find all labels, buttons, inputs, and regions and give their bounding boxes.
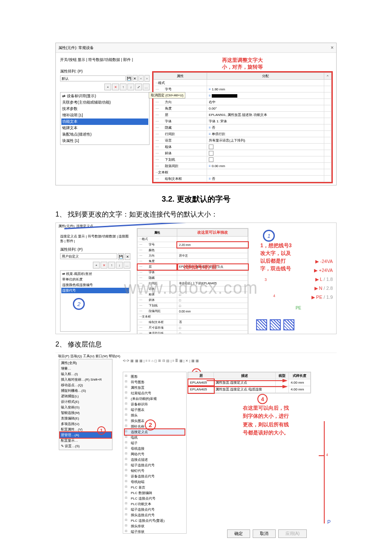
list-item[interactable]: 带单位的长度 bbox=[61, 277, 129, 282]
tree-item[interactable]: 网络代号 bbox=[125, 451, 184, 457]
mid-del-icon[interactable]: ✕ bbox=[125, 253, 130, 260]
tree-item[interactable]: PLC 数据编辑 bbox=[125, 490, 184, 496]
list-item[interactable]: 连接代号 bbox=[61, 288, 129, 293]
menu-item[interactable]: 增量… bbox=[60, 366, 111, 371]
tree-item[interactable]: 插头排状 bbox=[125, 523, 184, 529]
arrange-left-icon[interactable]: ‹ bbox=[138, 75, 144, 82]
list-item[interactable]: ⇄ 线束-截面积/直径 bbox=[61, 271, 129, 277]
prop-row[interactable]: 方向右中 bbox=[154, 99, 331, 105]
prop-row[interactable]: 方向居中左 bbox=[138, 253, 248, 259]
menubar[interactable]: 项目(P) 选项(Q) 工具(U) 窗口(W) 帮助(H) bbox=[58, 354, 120, 358]
menu-item[interactable]: 捕捉到栅格…(S) bbox=[60, 388, 111, 393]
prop-row[interactable]: 角度 bbox=[138, 259, 248, 264]
prop-row[interactable]: 行间距≡ 单倍行距 bbox=[154, 131, 331, 137]
property-table[interactable]: 属性 分配 ^ 格式字号≡ 1.80 mm颜色≡ 方向右中角度0.00°层EPL… bbox=[153, 72, 332, 182]
menu-item[interactable]: 逻辑捕捉(L) bbox=[60, 393, 111, 399]
tree-item[interactable]: 插头 bbox=[125, 413, 184, 418]
mid-down-icon[interactable]: ↓ bbox=[116, 262, 123, 269]
tree-item[interactable]: 结束端点代号 bbox=[125, 390, 184, 396]
list-item[interactable]: 技术参数 bbox=[61, 106, 148, 112]
tree-item[interactable]: PLC 连接点代号(普通) bbox=[125, 518, 184, 523]
menu-item[interactable]: 设计模式(E) bbox=[60, 399, 111, 405]
mid-save-icon[interactable]: 💾 bbox=[118, 253, 124, 260]
close-icon[interactable]: × bbox=[331, 45, 334, 51]
menu-item[interactable]: 属性(全局) bbox=[60, 360, 111, 366]
tree-item[interactable]: PLC功能文本 bbox=[125, 501, 184, 507]
apply-button[interactable]: 应用(A) bbox=[278, 529, 307, 538]
list-up-icon[interactable]: ↑ bbox=[120, 84, 127, 90]
menu-item[interactable]: 多项选择(U) bbox=[60, 421, 111, 427]
menu-item[interactable]: 直接编辑(E) bbox=[60, 416, 111, 421]
mid-more-icon[interactable]: … bbox=[124, 262, 130, 269]
menu-item[interactable]: 输入框…(I) bbox=[60, 371, 111, 377]
prop-row[interactable]: 格式 bbox=[154, 80, 331, 86]
tree-item[interactable]: 端子连接点代号 bbox=[125, 507, 184, 512]
tree-item[interactable]: 电线 bbox=[125, 435, 184, 440]
prop-row[interactable]: 语言所有显示语言(上下排列) bbox=[154, 137, 331, 144]
list-down-icon[interactable]: ↓ bbox=[127, 84, 134, 90]
tree-item[interactable]: 插头连接点代号 bbox=[125, 512, 184, 518]
list-item[interactable]: 连接颜色或连接编号 bbox=[61, 282, 129, 288]
mid-up-icon[interactable]: ↑ bbox=[108, 262, 115, 269]
list-item[interactable]: 功能文本 bbox=[61, 119, 148, 125]
tree-item[interactable]: 端子连接点代号 bbox=[125, 462, 184, 468]
list-item[interactable]: 增补说明 [1] bbox=[61, 112, 148, 119]
prop-row[interactable]: 文本框 bbox=[154, 169, 331, 176]
tree-item[interactable]: 设备标识符 bbox=[125, 402, 184, 407]
prop-row[interactable]: 段落间距0.00 mm bbox=[138, 309, 248, 314]
menu-item[interactable]: 配置显示… bbox=[60, 438, 111, 443]
menu-item[interactable]: 智能连接(M) bbox=[60, 410, 111, 416]
arrange-right-icon[interactable]: › bbox=[144, 75, 150, 82]
prop-row[interactable]: 绘制文本框≡ 否 bbox=[154, 176, 331, 182]
prop-row[interactable]: 尺寸源自项□ bbox=[138, 325, 248, 331]
prop-row[interactable]: 斜体□ bbox=[138, 298, 248, 303]
menu-item[interactable]: ✎ 设置…(S) bbox=[60, 443, 111, 449]
prop-row[interactable]: 字号2.20 mm bbox=[138, 242, 248, 248]
tree-item[interactable]: 符号图形 bbox=[125, 379, 184, 385]
list-del-icon[interactable]: ✕ bbox=[112, 84, 119, 90]
cancel-button[interactable]: 取消 bbox=[253, 529, 276, 538]
prop-row[interactable]: 激活指引线□ bbox=[138, 331, 248, 335]
menu-item[interactable]: 移动基点…(Q) bbox=[60, 382, 111, 388]
prop-row[interactable]: 粗体 bbox=[154, 144, 331, 150]
tree-item[interactable]: 端子 bbox=[125, 440, 184, 446]
list-item[interactable]: 关联参考(主功能或辅助功能) bbox=[61, 99, 148, 106]
menu-item[interactable]: 输入坐标(G) bbox=[60, 405, 111, 410]
ok-button[interactable]: 确定 bbox=[227, 529, 250, 538]
menu-item[interactable]: 插入相对坐标…(R) Shift+R bbox=[60, 377, 111, 382]
tree-item[interactable]: 母线连接 bbox=[125, 446, 184, 451]
prop-row[interactable]: 字体 bbox=[138, 270, 248, 275]
prop-row[interactable]: 层EPLAN501, 属性放置.描述块.功能文本 bbox=[154, 112, 331, 118]
list-item[interactable]: 装配地点(描述性) bbox=[61, 131, 148, 138]
tree-item[interactable]: 连接点描述 bbox=[125, 457, 184, 462]
prop-row[interactable]: 斜体 bbox=[154, 150, 331, 156]
mid-arr-value[interactable]: 用户自定义 bbox=[60, 253, 117, 259]
mid-tabs[interactable]: 连接定义点 显示 | 符号数据/功能数据 | 连接图形 | 部件 | bbox=[60, 234, 130, 243]
prop-row[interactable]: 文本框 bbox=[138, 314, 248, 320]
prop-row[interactable]: 段落间距≡ 0.00 mm bbox=[154, 163, 331, 169]
prop-row[interactable]: 下划线□ bbox=[138, 303, 248, 309]
prop-row[interactable]: 颜色 bbox=[138, 248, 248, 253]
dialog-tabs[interactable]: 开关/按钮 显示 | 符号数据/功能数据 | 部件 | bbox=[60, 57, 150, 63]
prop-row[interactable]: 字体字体 1: 宋体 bbox=[154, 118, 331, 124]
tree-item[interactable]: PLC 连接点代号 bbox=[125, 496, 184, 501]
mid-property-list[interactable]: ⇄ 线束-截面积/直径带单位的长度连接颜色或连接编号连接代号 bbox=[60, 270, 130, 332]
options-menu[interactable]: 属性(全局)增量…输入框…(I)插入相对坐标…(R) Shift+R移动基点…(… bbox=[59, 359, 112, 450]
list-add-icon[interactable]: + bbox=[104, 84, 111, 90]
arrangement-value[interactable]: 默认 bbox=[60, 75, 126, 81]
mid-add-icon[interactable]: + bbox=[93, 262, 100, 269]
arrange-save-icon[interactable]: 💾 bbox=[127, 75, 132, 82]
list-item[interactable]: 块属性 [1] bbox=[61, 138, 148, 144]
tree-item[interactable]: (来自功能的)常规 bbox=[125, 396, 184, 402]
arrange-del-icon[interactable]: ✕ bbox=[133, 75, 138, 82]
tree-item[interactable]: 属性放置 bbox=[125, 385, 184, 390]
tree-item[interactable]: 图形 bbox=[125, 374, 184, 379]
list-more-icon[interactable]: … bbox=[143, 84, 150, 90]
property-list[interactable]: ⇄ 设备标识符(显示)关联参考(主功能或辅助功能)技术参数增补说明 [1]功能文… bbox=[60, 92, 150, 145]
tree-item[interactable]: 端子图表 bbox=[125, 407, 184, 413]
prop-row[interactable]: 角度0.00° bbox=[154, 105, 331, 112]
prop-row[interactable]: 绘制文本框否 bbox=[138, 320, 248, 325]
tree-item[interactable]: 端子排状 bbox=[125, 529, 184, 534]
tree-item[interactable]: 连接定义点 bbox=[125, 429, 184, 435]
prop-row[interactable]: 格式 bbox=[138, 237, 248, 242]
